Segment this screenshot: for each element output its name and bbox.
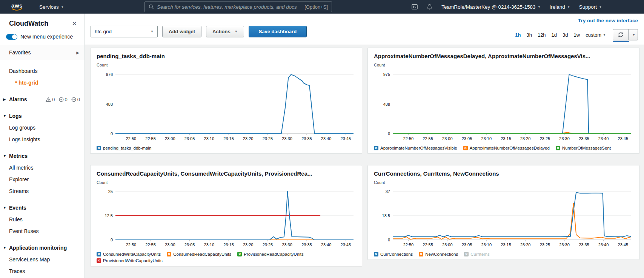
- actions-button[interactable]: Actions ▼: [206, 26, 244, 37]
- svg-text:23:00: 23:00: [165, 242, 175, 247]
- chart-plot: 3718.5022:5022:5523:0023:0523:1023:1523:…: [374, 185, 633, 249]
- sidebar-item-log-groups[interactable]: Log groups: [0, 122, 85, 134]
- region-label: Ireland: [550, 4, 565, 10]
- legend-item-pending-tasks-ddb-main[interactable]: ✕pending_tasks_ddb-main: [97, 146, 152, 150]
- sidebar-item-dashboards[interactable]: Dashboards: [0, 65, 85, 77]
- sidebar-item-explorer[interactable]: Explorer: [0, 174, 85, 185]
- chevron-down-icon: ▼: [538, 6, 541, 8]
- sidebar-item-logs-insights[interactable]: Logs Insights: [0, 134, 85, 145]
- refresh-icon: [618, 32, 624, 38]
- actions-label: Actions: [212, 29, 231, 34]
- alarm-state-counters: 000: [46, 97, 80, 102]
- legend-item-provisionedwritecapacityunits[interactable]: ✕ProvisionedWriteCapacityUnits: [97, 258, 163, 263]
- time-range-3d[interactable]: 3d: [563, 32, 568, 38]
- cloudshell-button[interactable]: [412, 4, 418, 10]
- legend-item-approximatenumberofmessagesdelayed[interactable]: ✕ApproximateNumberOfMessagesDelayed: [463, 146, 550, 150]
- alarm-insufficient-data-icon: [71, 97, 76, 102]
- sidebar-section-logs[interactable]: ▼Logs: [0, 110, 85, 122]
- legend-swatch-close-icon: ✕: [464, 252, 469, 256]
- time-range-1w[interactable]: 1w: [574, 32, 580, 38]
- account-menu[interactable]: TeamRole/MasterKey @ 0214-3625-1583 ▼: [441, 4, 540, 10]
- svg-text:22:55: 22:55: [145, 136, 156, 141]
- sidebar-item-htc-grid[interactable]: * htc-grid: [0, 77, 85, 89]
- sidebar-section-label: Alarms: [9, 96, 27, 102]
- chevron-down-icon: ▼: [3, 206, 9, 210]
- time-range-3h[interactable]: 3h: [526, 32, 532, 38]
- sidebar-section-label: Events: [9, 205, 26, 211]
- notifications-bell-button[interactable]: [427, 4, 432, 10]
- svg-text:23:15: 23:15: [223, 136, 234, 141]
- toggle-knob: [12, 34, 17, 39]
- support-menu[interactable]: Support ▼: [579, 4, 602, 10]
- sidebar-section-label: Metrics: [9, 153, 28, 159]
- legend-swatch-close-icon: ✕: [463, 146, 468, 150]
- aws-logo-text: aws: [11, 3, 23, 8]
- search-input[interactable]: [157, 4, 301, 10]
- legend-item-newconnections[interactable]: ✕NewConnections: [419, 252, 458, 256]
- top-navigation-bar: aws Services ▼ [Option+S]: [0, 0, 644, 14]
- svg-text:23:35: 23:35: [301, 136, 312, 141]
- svg-text:22:50: 22:50: [403, 136, 414, 141]
- services-menu[interactable]: Services ▼: [39, 4, 64, 10]
- sidebar-item-servicelens-map[interactable]: ServiceLens Map: [0, 254, 85, 266]
- legend-item-approximatenumberofmessagesvisible[interactable]: ✕ApproximateNumberOfMessagesVisible: [374, 146, 457, 150]
- add-widget-button[interactable]: Add widget: [162, 26, 201, 37]
- region-menu[interactable]: Ireland ▼: [550, 4, 570, 10]
- y-axis-unit-label: Count: [374, 63, 633, 67]
- svg-text:18.5: 18.5: [382, 213, 390, 218]
- sidebar-item-event-buses[interactable]: Event Buses: [0, 225, 85, 237]
- sidebar-item-streams[interactable]: Streams: [0, 185, 85, 197]
- chart-widget[interactable]: CurrConnections, CurrItems, NewConnectio…: [367, 165, 639, 260]
- refresh-button[interactable]: [613, 29, 629, 40]
- support-label: Support: [579, 4, 597, 10]
- time-range-row: 1h3h12h1d3d1wcustom▼ ▼: [509, 29, 638, 40]
- time-range-1d[interactable]: 1d: [552, 32, 557, 38]
- svg-text:23:20: 23:20: [243, 242, 254, 247]
- alarm-insufficient-data-icon-badge: 0: [71, 97, 80, 102]
- aws-logo[interactable]: aws: [11, 3, 23, 11]
- sidebar-section-alarms[interactable]: ▶Alarms000: [0, 94, 85, 105]
- new-menu-experience-toggle[interactable]: [6, 34, 17, 40]
- sidebar-item-traces[interactable]: Traces: [0, 266, 85, 277]
- time-range-1h[interactable]: 1h: [515, 32, 521, 38]
- save-dashboard-button[interactable]: Save dashboard: [249, 26, 307, 37]
- svg-text:25: 25: [108, 189, 113, 193]
- sidebar-item-rules[interactable]: Rules: [0, 214, 85, 225]
- svg-text:12.5: 12.5: [105, 213, 113, 218]
- chevron-down-icon: ▼: [599, 6, 602, 8]
- svg-text:23:35: 23:35: [301, 242, 312, 247]
- legend-item-currconnections[interactable]: ✕CurrConnections: [374, 252, 413, 256]
- sidebar-title: CloudWatch: [9, 20, 71, 28]
- sidebar-section-events[interactable]: ▼Events: [0, 202, 85, 214]
- svg-text:22:55: 22:55: [423, 242, 433, 247]
- chart-widget[interactable]: ConsumedReadCapacityUnits, ConsumedWrite…: [90, 165, 362, 266]
- dashboard-main: htc-grid ▼ Add widget Actions ▼ Save das…: [85, 14, 644, 278]
- legend-item-provisionedreadcapacityunits[interactable]: ✕ProvisionedReadCapacityUnits: [237, 252, 304, 256]
- time-range-custom[interactable]: custom▼: [586, 32, 606, 38]
- legend-item-curritems[interactable]: ✕CurrItems: [464, 252, 489, 256]
- legend-item-numberofmessagessent[interactable]: ✕NumberOfMessagesSent: [556, 146, 611, 150]
- svg-text:23:10: 23:10: [204, 136, 215, 141]
- close-icon[interactable]: ✕: [71, 20, 78, 27]
- svg-text:23:40: 23:40: [321, 136, 332, 141]
- refresh-options-button[interactable]: ▼: [628, 29, 638, 40]
- sidebar-section-metrics[interactable]: ▼Metrics: [0, 150, 85, 162]
- time-range-12h[interactable]: 12h: [538, 32, 546, 38]
- chevron-down-icon: ▼: [632, 33, 635, 37]
- legend-item-consumedwritecapacityunits[interactable]: ✕ConsumedWriteCapacityUnits: [97, 252, 161, 256]
- sidebar-item-all-metrics[interactable]: All metrics: [0, 162, 85, 174]
- svg-text:23:05: 23:05: [462, 242, 472, 247]
- svg-text:23:35: 23:35: [579, 242, 589, 247]
- sidebar-section-application-monitoring[interactable]: ▼Application monitoring: [0, 242, 85, 254]
- sidebar-item-favorites[interactable]: Favorites ▶: [0, 45, 85, 60]
- chart-widget[interactable]: pending_tasks_ddb-mainCount976488022:502…: [90, 48, 362, 154]
- chart-widget[interactable]: ApproximateNumberOfMessagesDelayed, Appr…: [367, 48, 639, 154]
- dashboard-name-select[interactable]: htc-grid ▼: [91, 26, 158, 37]
- legend-item-consumedreadcapacityunits[interactable]: ✕ConsumedReadCapacityUnits: [167, 252, 231, 256]
- svg-text:23:30: 23:30: [559, 136, 570, 141]
- search-bar[interactable]: [Option+S]: [144, 2, 332, 12]
- svg-text:0: 0: [111, 238, 113, 242]
- svg-text:22:55: 22:55: [145, 242, 156, 247]
- svg-text:23:15: 23:15: [501, 242, 511, 247]
- try-new-interface-link[interactable]: Try out the new interface: [578, 18, 638, 23]
